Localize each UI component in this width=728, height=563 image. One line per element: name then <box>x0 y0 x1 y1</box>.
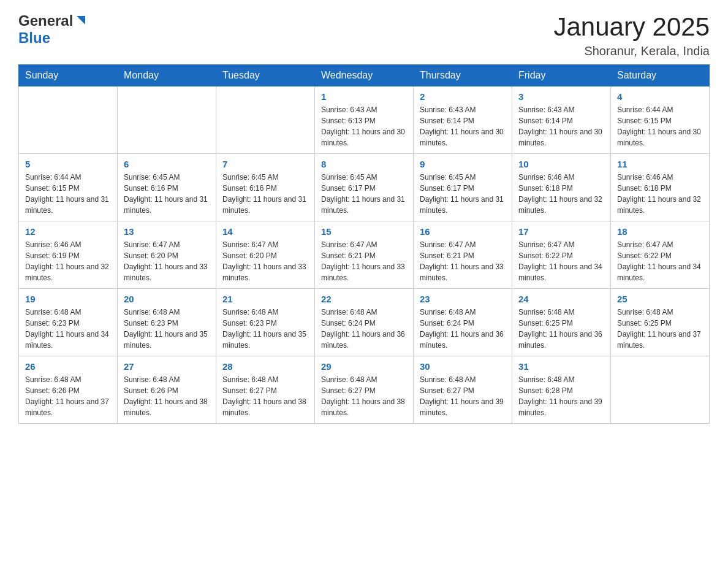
calendar-cell: 6Sunrise: 6:45 AM Sunset: 6:16 PM Daylig… <box>118 154 216 221</box>
calendar-cell: 25Sunrise: 6:48 AM Sunset: 6:25 PM Dayli… <box>611 289 710 356</box>
day-number: 27 <box>124 361 210 372</box>
calendar-day-header: Wednesday <box>315 65 414 86</box>
day-number: 6 <box>124 159 210 169</box>
day-info: Sunrise: 6:47 AM Sunset: 6:20 PM Dayligh… <box>124 239 210 283</box>
day-info: Sunrise: 6:44 AM Sunset: 6:15 PM Dayligh… <box>617 104 703 148</box>
calendar-day-header: Sunday <box>19 65 118 86</box>
day-info: Sunrise: 6:48 AM Sunset: 6:26 PM Dayligh… <box>124 374 210 418</box>
day-number: 9 <box>420 159 506 169</box>
day-number: 2 <box>420 91 506 102</box>
logo-triangle-icon <box>74 13 88 27</box>
day-info: Sunrise: 6:48 AM Sunset: 6:27 PM Dayligh… <box>222 374 308 418</box>
day-number: 26 <box>25 361 111 372</box>
calendar-week-row: 12Sunrise: 6:46 AM Sunset: 6:19 PM Dayli… <box>19 221 710 289</box>
day-info: Sunrise: 6:43 AM Sunset: 6:13 PM Dayligh… <box>321 104 407 148</box>
day-info: Sunrise: 6:48 AM Sunset: 6:24 PM Dayligh… <box>321 307 407 351</box>
day-number: 23 <box>420 294 506 304</box>
day-info: Sunrise: 6:48 AM Sunset: 6:25 PM Dayligh… <box>617 307 703 351</box>
calendar-cell: 16Sunrise: 6:47 AM Sunset: 6:21 PM Dayli… <box>414 221 512 289</box>
day-info: Sunrise: 6:48 AM Sunset: 6:26 PM Dayligh… <box>25 374 111 418</box>
day-number: 17 <box>518 226 604 237</box>
calendar-day-header: Thursday <box>414 65 512 86</box>
calendar-cell: 7Sunrise: 6:45 AM Sunset: 6:16 PM Daylig… <box>216 154 315 221</box>
day-info: Sunrise: 6:48 AM Sunset: 6:27 PM Dayligh… <box>420 374 506 418</box>
day-info: Sunrise: 6:45 AM Sunset: 6:17 PM Dayligh… <box>420 172 506 216</box>
day-number: 31 <box>518 361 604 372</box>
day-number: 30 <box>420 361 506 372</box>
calendar-cell: 2Sunrise: 6:43 AM Sunset: 6:14 PM Daylig… <box>414 86 512 154</box>
calendar-cell <box>118 86 216 154</box>
calendar-cell: 12Sunrise: 6:46 AM Sunset: 6:19 PM Dayli… <box>19 221 118 289</box>
calendar-cell: 9Sunrise: 6:45 AM Sunset: 6:17 PM Daylig… <box>414 154 512 221</box>
calendar-day-header: Monday <box>118 65 216 86</box>
calendar-day-header: Friday <box>512 65 611 86</box>
day-number: 13 <box>124 226 210 237</box>
day-info: Sunrise: 6:45 AM Sunset: 6:16 PM Dayligh… <box>124 172 210 216</box>
day-info: Sunrise: 6:47 AM Sunset: 6:22 PM Dayligh… <box>518 239 604 283</box>
calendar-cell <box>19 86 118 154</box>
day-number: 15 <box>321 226 407 237</box>
calendar-cell: 27Sunrise: 6:48 AM Sunset: 6:26 PM Dayli… <box>118 356 216 424</box>
day-info: Sunrise: 6:43 AM Sunset: 6:14 PM Dayligh… <box>420 104 506 148</box>
day-info: Sunrise: 6:48 AM Sunset: 6:28 PM Dayligh… <box>518 374 604 418</box>
calendar-cell: 28Sunrise: 6:48 AM Sunset: 6:27 PM Dayli… <box>216 356 315 424</box>
day-number: 25 <box>617 294 703 304</box>
calendar-cell: 17Sunrise: 6:47 AM Sunset: 6:22 PM Dayli… <box>512 221 611 289</box>
calendar-header-row: SundayMondayTuesdayWednesdayThursdayFrid… <box>19 65 710 86</box>
day-number: 10 <box>518 159 604 169</box>
calendar-cell: 19Sunrise: 6:48 AM Sunset: 6:23 PM Dayli… <box>19 289 118 356</box>
day-number: 24 <box>518 294 604 304</box>
logo-blue-text: Blue <box>18 29 50 46</box>
calendar-week-row: 19Sunrise: 6:48 AM Sunset: 6:23 PM Dayli… <box>19 289 710 356</box>
day-info: Sunrise: 6:46 AM Sunset: 6:18 PM Dayligh… <box>518 172 604 216</box>
day-info: Sunrise: 6:46 AM Sunset: 6:18 PM Dayligh… <box>617 172 703 216</box>
day-info: Sunrise: 6:43 AM Sunset: 6:14 PM Dayligh… <box>518 104 604 148</box>
day-number: 29 <box>321 361 407 372</box>
day-number: 5 <box>25 159 111 169</box>
location-text: Shoranur, Kerala, India <box>553 44 710 58</box>
calendar-cell <box>611 356 710 424</box>
day-number: 3 <box>518 91 604 102</box>
calendar-cell: 5Sunrise: 6:44 AM Sunset: 6:15 PM Daylig… <box>19 154 118 221</box>
day-number: 11 <box>617 159 703 169</box>
day-info: Sunrise: 6:44 AM Sunset: 6:15 PM Dayligh… <box>25 172 111 216</box>
svg-marker-0 <box>77 16 85 25</box>
calendar-cell: 22Sunrise: 6:48 AM Sunset: 6:24 PM Dayli… <box>315 289 414 356</box>
title-section: January 2025 Shoranur, Kerala, India <box>553 12 710 58</box>
calendar-cell: 10Sunrise: 6:46 AM Sunset: 6:18 PM Dayli… <box>512 154 611 221</box>
day-info: Sunrise: 6:47 AM Sunset: 6:21 PM Dayligh… <box>321 239 407 283</box>
calendar-day-header: Tuesday <box>216 65 315 86</box>
day-number: 12 <box>25 226 111 237</box>
day-info: Sunrise: 6:48 AM Sunset: 6:27 PM Dayligh… <box>321 374 407 418</box>
day-number: 8 <box>321 159 407 169</box>
day-info: Sunrise: 6:46 AM Sunset: 6:19 PM Dayligh… <box>25 239 111 283</box>
day-info: Sunrise: 6:48 AM Sunset: 6:24 PM Dayligh… <box>420 307 506 351</box>
day-info: Sunrise: 6:45 AM Sunset: 6:16 PM Dayligh… <box>222 172 308 216</box>
calendar-cell: 15Sunrise: 6:47 AM Sunset: 6:21 PM Dayli… <box>315 221 414 289</box>
day-info: Sunrise: 6:48 AM Sunset: 6:25 PM Dayligh… <box>518 307 604 351</box>
calendar-cell: 21Sunrise: 6:48 AM Sunset: 6:23 PM Dayli… <box>216 289 315 356</box>
calendar-week-row: 5Sunrise: 6:44 AM Sunset: 6:15 PM Daylig… <box>19 154 710 221</box>
calendar-cell <box>216 86 315 154</box>
day-number: 19 <box>25 294 111 304</box>
day-number: 18 <box>617 226 703 237</box>
calendar-cell: 29Sunrise: 6:48 AM Sunset: 6:27 PM Dayli… <box>315 356 414 424</box>
logo: General Blue <box>18 12 88 47</box>
calendar-cell: 1Sunrise: 6:43 AM Sunset: 6:13 PM Daylig… <box>315 86 414 154</box>
day-info: Sunrise: 6:47 AM Sunset: 6:21 PM Dayligh… <box>420 239 506 283</box>
calendar-cell: 24Sunrise: 6:48 AM Sunset: 6:25 PM Dayli… <box>512 289 611 356</box>
day-info: Sunrise: 6:48 AM Sunset: 6:23 PM Dayligh… <box>222 307 308 351</box>
day-number: 7 <box>222 159 308 169</box>
day-number: 21 <box>222 294 308 304</box>
calendar-table: SundayMondayTuesdayWednesdayThursdayFrid… <box>18 64 710 424</box>
day-info: Sunrise: 6:47 AM Sunset: 6:22 PM Dayligh… <box>617 239 703 283</box>
day-number: 20 <box>124 294 210 304</box>
day-info: Sunrise: 6:45 AM Sunset: 6:17 PM Dayligh… <box>321 172 407 216</box>
calendar-cell: 3Sunrise: 6:43 AM Sunset: 6:14 PM Daylig… <box>512 86 611 154</box>
day-number: 14 <box>222 226 308 237</box>
calendar-day-header: Saturday <box>611 65 710 86</box>
calendar-cell: 13Sunrise: 6:47 AM Sunset: 6:20 PM Dayli… <box>118 221 216 289</box>
calendar-cell: 8Sunrise: 6:45 AM Sunset: 6:17 PM Daylig… <box>315 154 414 221</box>
day-number: 1 <box>321 91 407 102</box>
calendar-cell: 14Sunrise: 6:47 AM Sunset: 6:20 PM Dayli… <box>216 221 315 289</box>
